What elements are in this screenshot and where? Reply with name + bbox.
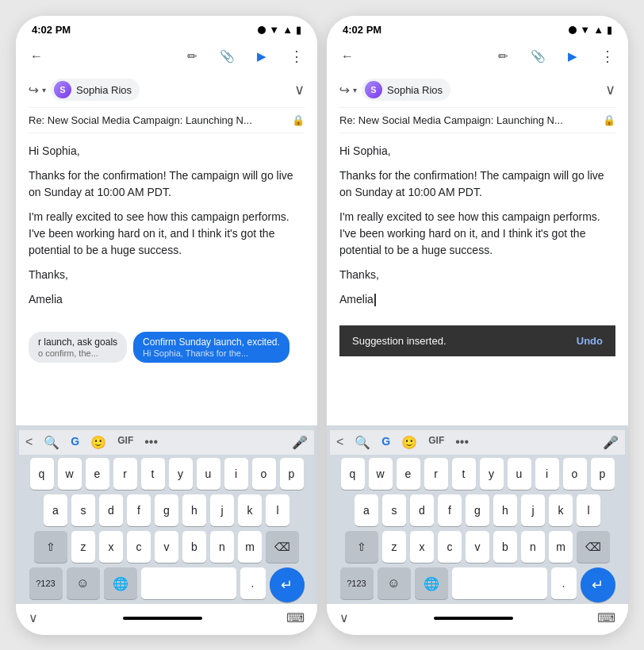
email-body-1[interactable]: Hi Sophia, Thanks for the confirmation! … (29, 133, 305, 325)
key-k-2[interactable]: k (549, 494, 573, 526)
edit-icon-1[interactable]: ✏ (181, 45, 203, 67)
key-n-2[interactable]: n (521, 531, 545, 563)
dot-key-1[interactable]: . (240, 567, 266, 599)
key-s-1[interactable]: s (71, 494, 95, 526)
bottom-keyboard-2[interactable]: ⌨ (597, 610, 615, 625)
key-h-2[interactable]: h (493, 494, 517, 526)
kb-gif-icon-2[interactable]: GIF (428, 435, 444, 450)
key-p-1[interactable]: p (280, 458, 304, 490)
kb-translate-icon-2[interactable]: G (381, 435, 390, 450)
key-r-1[interactable]: r (113, 458, 137, 490)
kb-dots-icon-1[interactable]: ••• (144, 435, 158, 450)
shift-key-2[interactable]: ⇧ (345, 531, 378, 563)
numeric-key-2[interactable]: ?123 (340, 567, 374, 599)
recipient-chip-2[interactable]: S Sophia Rios (362, 79, 450, 101)
key-x-1[interactable]: x (99, 531, 123, 563)
bottom-chevron-2[interactable]: ∨ (339, 610, 349, 625)
suggestion-chip-1-1[interactable]: r launch, ask goals o confirm, the... (29, 332, 127, 363)
key-h-1[interactable]: h (182, 494, 206, 526)
more-icon-2[interactable]: ⋮ (596, 45, 619, 67)
kb-mic-icon-2[interactable]: 🎤 (603, 435, 619, 450)
back-button-1[interactable]: ← (25, 45, 48, 67)
emoji-key-1[interactable]: ☺ (67, 567, 100, 599)
key-n-1[interactable]: n (210, 531, 234, 563)
key-g-2[interactable]: g (466, 494, 489, 526)
key-x-2[interactable]: x (410, 531, 434, 563)
key-l-2[interactable]: l (577, 494, 600, 526)
back-button-2[interactable]: ← (336, 45, 358, 67)
kb-back-icon-2[interactable]: < (336, 435, 343, 450)
key-d-2[interactable]: d (410, 494, 434, 526)
kb-sticker-icon-2[interactable]: 🙂 (401, 435, 417, 450)
kb-gif-icon-1[interactable]: GIF (117, 435, 133, 450)
dot-key-2[interactable]: . (551, 567, 577, 599)
key-z-1[interactable]: z (71, 531, 95, 563)
key-z-2[interactable]: z (382, 531, 406, 563)
emoji-key-2[interactable]: ☺ (378, 567, 411, 599)
shift-key-1[interactable]: ⇧ (34, 531, 67, 563)
key-q-2[interactable]: q (341, 458, 365, 490)
attachment-icon-2[interactable]: 📎 (527, 45, 549, 67)
key-u-1[interactable]: u (197, 458, 220, 490)
key-o-1[interactable]: o (252, 458, 276, 490)
key-l-1[interactable]: l (266, 494, 289, 526)
key-b-1[interactable]: b (182, 531, 206, 563)
key-v-1[interactable]: v (155, 531, 178, 563)
kb-translate-icon-1[interactable]: G (71, 435, 79, 450)
attachment-icon-1[interactable]: 📎 (216, 45, 238, 67)
key-q-1[interactable]: q (30, 458, 54, 490)
kb-search-icon-1[interactable]: 🔍 (44, 435, 59, 450)
key-w-2[interactable]: w (369, 458, 393, 490)
key-k-1[interactable]: k (238, 494, 262, 526)
key-i-1[interactable]: i (224, 458, 248, 490)
key-w-1[interactable]: w (58, 458, 82, 490)
key-c-1[interactable]: c (127, 531, 151, 563)
key-t-1[interactable]: t (141, 458, 165, 490)
expand-arrow-2[interactable]: ∨ (605, 81, 615, 98)
key-e-1[interactable]: e (86, 458, 109, 490)
key-y-1[interactable]: y (169, 458, 193, 490)
key-v-2[interactable]: v (466, 531, 489, 563)
key-c-2[interactable]: c (438, 531, 462, 563)
key-a-2[interactable]: a (355, 494, 378, 526)
bottom-keyboard-1[interactable]: ⌨ (286, 610, 305, 625)
kb-search-icon-2[interactable]: 🔍 (355, 435, 370, 450)
key-p-2[interactable]: p (591, 458, 615, 490)
backspace-key-2[interactable]: ⌫ (577, 531, 610, 563)
email-body-2[interactable]: Hi Sophia, Thanks for the confirmation! … (339, 133, 615, 325)
key-m-1[interactable]: m (238, 531, 262, 563)
toast-undo-2[interactable]: Undo (577, 335, 603, 347)
globe-key-1[interactable]: 🌐 (104, 567, 137, 599)
expand-arrow-1[interactable]: ∨ (294, 81, 305, 98)
key-u-2[interactable]: u (508, 458, 531, 490)
send-icon-1[interactable]: ▶ (251, 45, 273, 67)
key-f-1[interactable]: f (127, 494, 151, 526)
key-j-1[interactable]: j (210, 494, 234, 526)
globe-key-2[interactable]: 🌐 (415, 567, 448, 599)
enter-key-2[interactable]: ↵ (581, 567, 615, 602)
numeric-key-1[interactable]: ?123 (29, 567, 63, 599)
suggestion-chip-1-2[interactable]: Confirm Sunday launch, excited. Hi Sophi… (133, 332, 289, 363)
key-j-2[interactable]: j (521, 494, 545, 526)
key-e-2[interactable]: e (397, 458, 420, 490)
key-s-2[interactable]: s (382, 494, 406, 526)
kb-back-icon-1[interactable]: < (25, 435, 33, 450)
kb-sticker-icon-1[interactable]: 🙂 (90, 435, 106, 450)
key-i-2[interactable]: i (535, 458, 559, 490)
key-y-2[interactable]: y (480, 458, 504, 490)
send-icon-2[interactable]: ▶ (562, 45, 584, 67)
edit-icon-2[interactable]: ✏ (492, 45, 514, 67)
kb-dots-icon-2[interactable]: ••• (455, 435, 469, 450)
recipient-chip-1[interactable]: S Sophia Rios (51, 79, 140, 101)
dropdown-arrow-2[interactable]: ▾ (353, 86, 357, 94)
enter-key-1[interactable]: ↵ (270, 567, 305, 602)
key-f-2[interactable]: f (438, 494, 462, 526)
backspace-key-1[interactable]: ⌫ (266, 531, 299, 563)
key-o-2[interactable]: o (563, 458, 587, 490)
key-a-1[interactable]: a (44, 494, 67, 526)
kb-mic-icon-1[interactable]: 🎤 (292, 435, 308, 450)
more-icon-1[interactable]: ⋮ (286, 45, 308, 67)
space-key-2[interactable] (452, 567, 547, 599)
space-key-1[interactable] (141, 567, 236, 599)
key-b-2[interactable]: b (493, 531, 517, 563)
